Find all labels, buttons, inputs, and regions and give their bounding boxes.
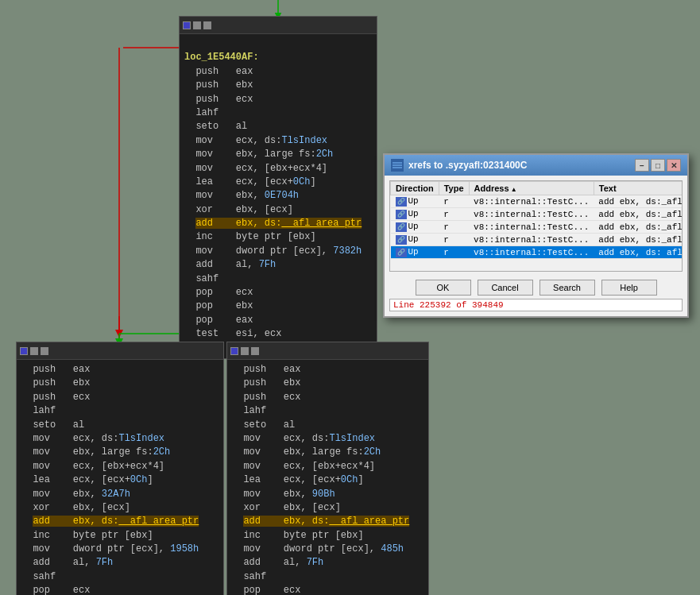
search-button[interactable]: Search: [540, 280, 595, 296]
col-type[interactable]: Type: [439, 182, 469, 195]
bl-titlebar-icon1: [20, 347, 28, 355]
bl-titlebar-icon3: [41, 347, 48, 355]
xref-direction: 🔗Up: [391, 246, 439, 259]
br-titlebar-icon3: [251, 347, 259, 355]
col-direction[interactable]: Direction: [391, 182, 439, 195]
xref-address: v8::internal::TestC...: [469, 208, 594, 221]
xref-row[interactable]: 🔗Up r v8::internal::TestC... add ebx, ds…: [391, 234, 683, 246]
xref-direction: 🔗Up: [391, 234, 439, 246]
dialog-window-controls[interactable]: − □ ✕: [635, 159, 681, 172]
xref-type: r: [439, 208, 469, 221]
xrefs-status-bar: Line 225392 of 394849: [389, 299, 683, 311]
xref-address: v8::internal::TestC...: [469, 221, 594, 234]
xref-direction: 🔗Up: [391, 195, 439, 208]
col-address[interactable]: Address: [469, 182, 594, 195]
xrefs-table-scroll[interactable]: Direction Type Address Text 🔗Up r v8::in…: [389, 180, 683, 272]
titlebar-icon3: [203, 21, 211, 29]
dialog-title-left: xrefs to .syzyafl:0231400C: [391, 159, 527, 172]
main-window-titlebar: [180, 17, 377, 34]
xref-address: v8::internal::TestC...: [469, 195, 594, 208]
xref-icon: 🔗: [396, 197, 407, 207]
xref-icon: 🔗: [396, 235, 407, 245]
main-code-window: loc_1E5440AF: push eax push ebx push ecx…: [179, 16, 377, 359]
xref-address: v8::internal::TestC...: [469, 246, 594, 259]
br-window-titlebar: [227, 342, 428, 360]
bl-window-titlebar: [17, 342, 223, 360]
dialog-title-text: xrefs to .syzyafl:0231400C: [408, 160, 527, 171]
svg-marker-7: [115, 330, 123, 338]
xref-text: add ebx, ds:_afl_area_ptr: [594, 208, 683, 221]
xref-row[interactable]: 🔗Up r v8::internal::TestC... add ebx, ds…: [391, 208, 683, 221]
xref-type: r: [439, 234, 469, 246]
xref-icon: 🔗: [396, 248, 407, 257]
bl-code-content: push eax push ebx push ecx lahf seto al …: [17, 360, 223, 595]
code-label: loc_1E5440AF:: [184, 52, 259, 63]
titlebar-icon2: [193, 21, 201, 29]
bottom-right-code-window: push eax push ebx push ecx lahf seto al …: [226, 342, 429, 595]
titlebar-icon1: [183, 21, 191, 29]
xrefs-dialog: xrefs to .syzyafl:0231400C − □ ✕ Directi…: [383, 153, 689, 318]
close-button[interactable]: ✕: [667, 159, 681, 172]
dialog-title-icon: [391, 159, 404, 172]
br-titlebar-icon1: [230, 347, 238, 355]
bl-titlebar-icon2: [30, 347, 38, 355]
br-code-content: push eax push ebx push ecx lahf seto al …: [227, 360, 428, 595]
main-code-content: loc_1E5440AF: push eax push ebx push ecx…: [180, 34, 377, 358]
xref-row-selected[interactable]: 🔗Up r v8::internal::TestC... add ebx, ds…: [391, 246, 683, 259]
dialog-body: Direction Type Address Text 🔗Up r v8::in…: [385, 180, 687, 316]
bottom-left-code-window: push eax push ebx push ecx lahf seto al …: [16, 342, 224, 595]
xref-text: add ebx, ds:_afl_area_ptr: [594, 195, 683, 208]
ok-button[interactable]: OK: [416, 280, 471, 296]
cancel-button[interactable]: Cancel: [478, 280, 533, 296]
xref-icon: 🔗: [396, 222, 407, 232]
xref-type: r: [439, 246, 469, 259]
dialog-footer: OK Cancel Search Help Line 225392 of 394…: [385, 276, 687, 316]
br-titlebar-icon2: [241, 347, 249, 355]
xref-row[interactable]: 🔗Up r v8::internal::TestC... add ebx, ds…: [391, 195, 683, 208]
xref-text: add ebx, ds: afl area ptr: [594, 246, 683, 259]
xref-type: r: [439, 195, 469, 208]
xref-icon: 🔗: [396, 210, 407, 219]
xref-text: add ebx, ds:_afl_area_ptr: [594, 221, 683, 234]
xref-direction: 🔗Up: [391, 221, 439, 234]
xrefs-dialog-titlebar[interactable]: xrefs to .syzyafl:0231400C − □ ✕: [385, 155, 687, 176]
xref-type: r: [439, 221, 469, 234]
xrefs-table: Direction Type Address Text 🔗Up r v8::in…: [390, 181, 683, 259]
xref-text: add ebx, ds:_afl_area_ptr: [594, 234, 683, 246]
minimize-button[interactable]: −: [635, 159, 649, 172]
maximize-button[interactable]: □: [651, 159, 665, 172]
help-button[interactable]: Help: [601, 280, 657, 296]
col-text[interactable]: Text: [594, 182, 683, 195]
xref-direction: 🔗Up: [391, 208, 439, 221]
dialog-buttons: OK Cancel Search Help: [389, 280, 683, 296]
xref-row[interactable]: 🔗Up r v8::internal::TestC... add ebx, ds…: [391, 221, 683, 234]
xref-address: v8::internal::TestC...: [469, 234, 594, 246]
